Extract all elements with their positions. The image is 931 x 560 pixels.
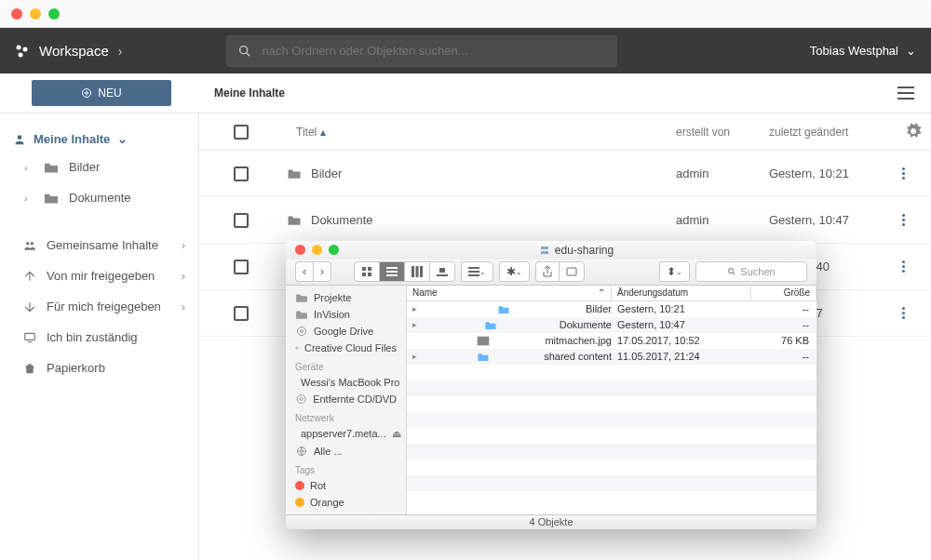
finder-list: Name⌃ Änderungsdatum Größe ▸Bilder Geste… bbox=[407, 286, 816, 514]
table-header: Titel ▴ erstellt von zuletzt geändert bbox=[199, 113, 931, 151]
icon-view-button[interactable] bbox=[354, 261, 379, 282]
table-row[interactable]: Bilder admin Gestern, 10:21 bbox=[199, 151, 931, 197]
minimize-icon[interactable] bbox=[30, 8, 41, 20]
finder-col-name[interactable]: Name⌃ bbox=[407, 286, 612, 300]
disclosure-icon[interactable]: ▸ bbox=[412, 320, 422, 329]
sidebar-item-gemeinsame[interactable]: Gemeinsame Inhalte › bbox=[0, 230, 198, 260]
finder-empty-row bbox=[407, 428, 816, 444]
svg-point-13 bbox=[31, 241, 34, 245]
minimize-icon[interactable] bbox=[312, 245, 322, 255]
finder-window[interactable]: edu-sharing ‹ › ⌄ ✱ ⌄ ⬍ ⌄ Su bbox=[286, 241, 816, 529]
sidebar-item-papierkorb[interactable]: Papierkorb bbox=[0, 353, 198, 383]
chevron-down-icon: ⌄ bbox=[906, 44, 916, 58]
sidebar-header[interactable]: Meine Inhalte ⌄ bbox=[0, 127, 198, 152]
dropbox-button[interactable]: ⬍ ⌄ bbox=[659, 261, 690, 282]
sidebar-item-label: Gemeinsame Inhalte bbox=[47, 238, 158, 252]
finder-sidebar-item[interactable]: InVision bbox=[286, 306, 406, 323]
trash-icon bbox=[22, 362, 37, 375]
gear-icon[interactable] bbox=[905, 123, 922, 140]
finder-sidebar-item[interactable]: Creative Cloud Files bbox=[286, 340, 406, 356]
finder-sidebar-item[interactable]: appserver7.meta...⏏ bbox=[286, 425, 406, 443]
finder-col-size[interactable]: Größe bbox=[751, 286, 816, 300]
row-actions-button[interactable] bbox=[902, 214, 905, 226]
finder-empty-row bbox=[407, 396, 816, 412]
sidebar-item-fuer-mich[interactable]: Für mich freigegeben › bbox=[0, 291, 198, 322]
finder-sidebar-item[interactable]: Alle ... bbox=[286, 443, 406, 460]
finder-tag-item[interactable]: Rot bbox=[286, 477, 406, 494]
sidebar-item-label: Von mir freigegeben bbox=[47, 269, 155, 283]
svg-rect-10 bbox=[897, 98, 914, 100]
close-icon[interactable] bbox=[11, 8, 22, 20]
finder-search[interactable]: Suchen bbox=[695, 261, 807, 282]
row-checkbox[interactable] bbox=[234, 213, 249, 228]
finder-tag-item[interactable]: Orange bbox=[286, 494, 406, 511]
finder-col-date[interactable]: Änderungsdatum bbox=[612, 286, 751, 300]
eject-icon[interactable]: ⏏ bbox=[392, 428, 401, 440]
row-actions-button[interactable] bbox=[902, 260, 905, 273]
view-mode-segment[interactable] bbox=[354, 261, 455, 282]
disclosure-icon[interactable]: › bbox=[24, 193, 34, 204]
svg-rect-18 bbox=[541, 247, 548, 249]
search-input[interactable] bbox=[262, 44, 606, 58]
zoom-icon[interactable] bbox=[329, 245, 339, 255]
user-name-label: Tobias Westphal bbox=[810, 44, 898, 58]
app-logo-icon bbox=[15, 44, 30, 59]
row-checkbox[interactable] bbox=[234, 167, 249, 181]
row-checkbox[interactable] bbox=[234, 260, 249, 274]
finder-row[interactable]: mitmachen.jpg 17.05.2017, 10:52 76 KB bbox=[407, 333, 816, 349]
finder-sidebar-group-network: Netzwerk bbox=[286, 407, 406, 425]
nav-back-button[interactable]: ‹ bbox=[295, 261, 313, 282]
finder-sidebar-item[interactable]: Entfernte CD/DVD bbox=[286, 391, 406, 407]
disclosure-icon[interactable]: › bbox=[24, 162, 34, 173]
finder-empty-row bbox=[407, 412, 816, 428]
action-menu-button[interactable]: ✱ ⌄ bbox=[499, 261, 530, 282]
sidebar-item-label: Papierkorb bbox=[47, 361, 105, 375]
finder-empty-row bbox=[407, 460, 816, 475]
row-actions-button[interactable] bbox=[902, 307, 905, 319]
svg-rect-29 bbox=[420, 266, 423, 277]
sidebar-tree-dokumente[interactable]: › Dokumente bbox=[0, 182, 198, 213]
global-search[interactable] bbox=[226, 35, 617, 67]
search-icon bbox=[237, 44, 252, 59]
sidebar-item-zustaendig[interactable]: Ich bin zuständig bbox=[0, 322, 198, 353]
tags-button[interactable] bbox=[559, 261, 585, 282]
finder-sidebar-item[interactable]: Google Drive bbox=[286, 323, 406, 340]
close-icon[interactable] bbox=[295, 245, 305, 255]
nav-forward-button[interactable]: › bbox=[313, 261, 331, 282]
column-view-button[interactable] bbox=[404, 261, 429, 282]
row-checkbox[interactable] bbox=[234, 306, 249, 321]
select-all-checkbox[interactable] bbox=[234, 125, 249, 140]
disclosure-icon[interactable]: ▸ bbox=[412, 352, 422, 361]
list-view-button[interactable] bbox=[379, 261, 404, 282]
folder-icon bbox=[43, 192, 60, 205]
finder-row-size: -- bbox=[751, 319, 816, 330]
new-button[interactable]: NEU bbox=[32, 80, 171, 106]
disclosure-icon[interactable]: ▸ bbox=[412, 304, 422, 313]
zoom-icon[interactable] bbox=[48, 8, 60, 20]
share-button[interactable] bbox=[535, 261, 559, 282]
sidebar-tree-bilder[interactable]: › Bilder bbox=[0, 152, 198, 182]
finder-row[interactable]: ▸Dokumente Gestern, 10:47 -- bbox=[407, 317, 816, 333]
svg-rect-33 bbox=[468, 271, 479, 273]
finder-sidebar-item[interactable]: Wessi's MacBook Pro bbox=[286, 374, 406, 391]
svg-line-37 bbox=[733, 273, 735, 274]
table-row[interactable]: Dokumente admin Gestern, 10:47 bbox=[199, 197, 931, 244]
finder-sidebar-item[interactable]: Projekte bbox=[286, 289, 406, 306]
finder-titlebar[interactable]: edu-sharing bbox=[286, 241, 816, 260]
column-title[interactable]: Titel ▴ bbox=[283, 126, 676, 139]
row-actions-button[interactable] bbox=[902, 167, 905, 180]
sidebar-item-von-mir[interactable]: Von mir freigegeben › bbox=[0, 260, 198, 291]
chevron-right-icon: › bbox=[182, 238, 185, 252]
finder-row[interactable]: ▸Bilder Gestern, 10:21 -- bbox=[407, 301, 816, 317]
column-created-by[interactable]: erstellt von bbox=[676, 126, 769, 139]
coverflow-view-button[interactable] bbox=[429, 261, 455, 282]
user-menu[interactable]: Tobias Westphal ⌄ bbox=[810, 44, 916, 58]
arrange-button[interactable]: ⌄ bbox=[461, 261, 493, 282]
finder-row[interactable]: ▸shared content 11.05.2017, 21:24 -- bbox=[407, 349, 816, 365]
finder-row-size: -- bbox=[751, 303, 816, 314]
svg-point-0 bbox=[17, 45, 21, 49]
workspace-breadcrumb[interactable]: Workspace bbox=[39, 43, 109, 59]
finder-empty-row bbox=[407, 444, 816, 460]
column-modified[interactable]: zuletzt geändert bbox=[769, 126, 890, 139]
list-view-icon[interactable] bbox=[897, 87, 914, 100]
